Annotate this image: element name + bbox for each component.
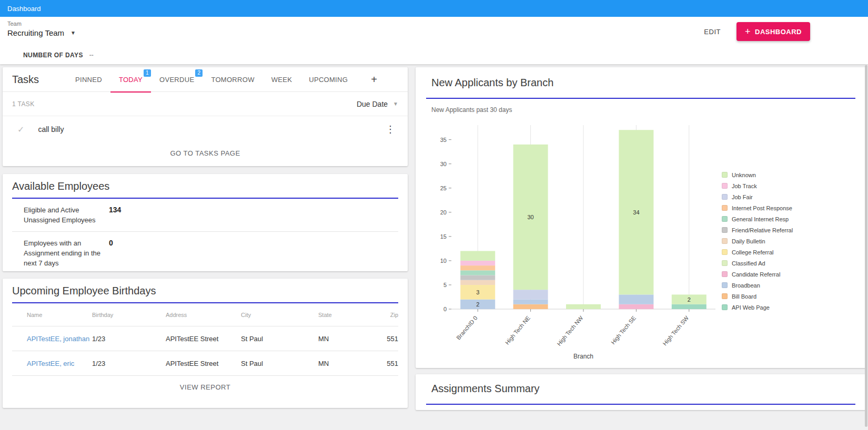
assignments-summary-card: Assignments Summary <box>416 374 866 410</box>
legend-swatch <box>722 216 728 222</box>
view-report-link[interactable]: VIEW REPORT <box>3 376 408 398</box>
legend-item: Internet Post Response <box>722 202 793 213</box>
legend-label: Job Track <box>732 183 757 189</box>
add-dashboard-label: DASHBOARD <box>755 28 802 36</box>
number-of-days-label[interactable]: NUMBER OF DAYS <box>23 52 83 59</box>
filter-bar: NUMBER OF DAYS -- <box>0 46 868 64</box>
new-applicants-card: New Applicants by Branch New Applicants … <box>416 67 866 368</box>
team-label: Team <box>7 21 76 27</box>
legend-item: General Internet Resp <box>722 213 793 224</box>
task-count: 1 TASK <box>12 100 35 108</box>
svg-text:0: 0 <box>443 306 447 312</box>
available-employees-card: Available Employees Eligible and Active … <box>3 174 408 271</box>
svg-text:10: 10 <box>440 258 447 264</box>
tab-today[interactable]: TODAY1 <box>110 67 151 92</box>
employee-name-link[interactable]: APITestEE, eric <box>12 360 92 367</box>
svg-text:Branch: Branch <box>573 353 593 360</box>
svg-text:BranchID 0: BranchID 0 <box>455 315 479 341</box>
go-to-tasks-link[interactable]: GO TO TASKS PAGE <box>3 142 408 163</box>
tab-label: UPCOMING <box>309 76 348 84</box>
team-selector[interactable]: Team Recruiting Team ▼ <box>7 21 76 37</box>
check-icon[interactable]: ✓ <box>17 125 24 135</box>
stat-value: 0 <box>109 238 113 247</box>
svg-text:30: 30 <box>440 161 447 167</box>
tab-upcoming[interactable]: UPCOMING <box>300 67 356 92</box>
legend-label: College Referral <box>732 249 773 255</box>
zip-cell: 551 <box>368 335 398 343</box>
legend-label: Internet Post Response <box>732 205 792 211</box>
chart-legend: UnknownJob TrackJob FairInternet Post Re… <box>722 169 793 313</box>
tab-label: OVERDUE <box>159 76 194 84</box>
birthday-cell: 1/23 <box>92 335 166 343</box>
legend-label: General Internet Resp <box>732 216 789 222</box>
svg-text:3: 3 <box>476 289 479 295</box>
scrollbar[interactable] <box>865 65 867 427</box>
sort-label: Due Date <box>357 100 388 108</box>
applicants-bar-chart: 0510152025303523BranchID 030High Tech NE… <box>426 120 721 362</box>
tab-label: TODAY <box>119 76 143 84</box>
add-tab-button[interactable]: + <box>364 67 385 92</box>
stat-row: Eligible and Active Unassigned Employees… <box>12 199 398 232</box>
column-header: Address <box>166 312 241 318</box>
legend-label: Unknown <box>732 172 756 178</box>
svg-text:35: 35 <box>440 137 447 143</box>
tab-label: PINNED <box>75 76 102 84</box>
legend-item: Job Track <box>722 180 793 191</box>
column-header: City <box>241 312 318 318</box>
tab-pinned[interactable]: PINNED <box>67 67 110 92</box>
tasks-title: Tasks <box>12 67 39 92</box>
legend-label: API Web Page <box>732 304 770 311</box>
tab-label: WEEK <box>271 76 292 84</box>
tasks-card: Tasks PINNED TODAY1 OVERDUE2 TOMORROW WE… <box>3 67 408 166</box>
legend-item: Bill Board <box>722 291 793 302</box>
tab-badge: 1 <box>144 69 151 77</box>
birthdays-table: Name Birthday Address City State Zip API… <box>12 303 398 376</box>
legend-label: Friend/Relative Referral <box>732 227 793 233</box>
available-employees-title: Available Employees <box>12 180 398 192</box>
chart-subtitle: New Applicants past 30 days <box>431 106 512 114</box>
legend-swatch <box>722 293 728 299</box>
kebab-menu-icon[interactable]: ⋮ <box>382 124 398 135</box>
add-dashboard-button[interactable]: + DASHBOARD <box>736 22 810 41</box>
task-row: ✓ call billy ⋮ <box>3 116 408 142</box>
tab-week[interactable]: WEEK <box>263 67 300 92</box>
address-cell: APITestEE Street <box>166 335 241 343</box>
state-cell: MN <box>318 360 368 367</box>
tasks-tabs: PINNED TODAY1 OVERDUE2 TOMORROW WEEK UPC… <box>67 67 385 92</box>
stat-row: Employees with an Assignment ending in t… <box>12 232 398 274</box>
app-title: Dashboard <box>7 5 41 13</box>
sort-dropdown[interactable]: Due Date ▼ <box>357 100 398 108</box>
legend-swatch <box>722 172 728 178</box>
task-title: call billy <box>38 125 64 134</box>
svg-text:34: 34 <box>633 209 639 216</box>
legend-item: Unknown <box>722 169 793 180</box>
employee-name-link[interactable]: APITestEE, jonathan <box>12 335 92 343</box>
page-header: Team Recruiting Team ▼ EDIT + DASHBOARD <box>0 17 868 46</box>
legend-item: Job Fair <box>722 191 793 202</box>
svg-text:2: 2 <box>476 301 479 308</box>
stat-value: 134 <box>109 205 121 214</box>
birthdays-title: Upcoming Employee Birthdays <box>12 285 398 297</box>
city-cell: St Paul <box>241 335 318 343</box>
legend-swatch <box>722 194 728 200</box>
number-of-days-value: -- <box>89 52 94 59</box>
legend-swatch <box>722 238 728 244</box>
tab-overdue[interactable]: OVERDUE2 <box>151 67 203 92</box>
svg-text:30: 30 <box>527 214 533 220</box>
table-header-row: Name Birthday Address City State Zip <box>12 303 398 326</box>
legend-label: Daily Bulletin <box>732 238 765 244</box>
svg-text:High Tech NE: High Tech NE <box>504 315 531 346</box>
legend-swatch <box>722 282 728 288</box>
birthday-cell: 1/23 <box>92 360 166 367</box>
svg-text:High Tech SW: High Tech SW <box>661 314 690 346</box>
svg-text:20: 20 <box>440 209 447 216</box>
svg-text:High Tech SE: High Tech SE <box>610 315 637 346</box>
column-header: Birthday <box>92 312 166 318</box>
legend-swatch <box>722 227 728 233</box>
legend-swatch <box>722 205 728 211</box>
edit-button[interactable]: EDIT <box>704 28 721 36</box>
chart-title: New Applicants by Branch <box>431 77 553 89</box>
svg-text:2: 2 <box>688 296 691 303</box>
svg-text:15: 15 <box>440 233 447 240</box>
tab-tomorrow[interactable]: TOMORROW <box>203 67 263 92</box>
